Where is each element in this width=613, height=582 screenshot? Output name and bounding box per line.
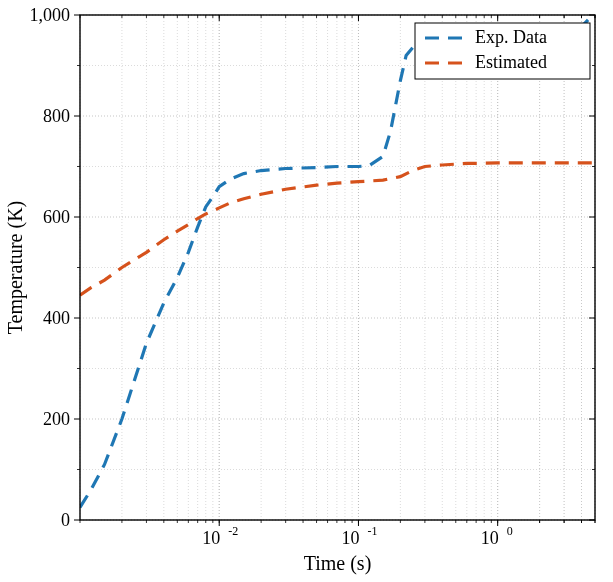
y-tick-label: 800: [43, 106, 70, 126]
chart-canvas: 10-210-110002004006008001,000Time (s)Tem…: [0, 0, 613, 582]
y-axis-label: Temperature (K): [4, 201, 27, 335]
y-tick-label: 400: [43, 308, 70, 328]
svg-text:10: 10: [481, 528, 499, 548]
legend-label: Estimated: [475, 52, 547, 72]
svg-text:-1: -1: [367, 524, 377, 538]
y-tick-label: 1,000: [30, 5, 71, 25]
y-tick-label: 600: [43, 207, 70, 227]
y-tick-label: 200: [43, 409, 70, 429]
y-tick-label: 0: [61, 510, 70, 530]
x-tick-label: 100: [481, 524, 513, 548]
legend-label: Exp. Data: [475, 27, 547, 47]
svg-text:0: 0: [507, 524, 513, 538]
x-tick-label: 10-1: [341, 524, 377, 548]
svg-rect-0: [80, 15, 595, 520]
x-axis-label: Time (s): [304, 552, 372, 575]
svg-text:10: 10: [202, 528, 220, 548]
svg-text:-2: -2: [228, 524, 238, 538]
svg-text:10: 10: [341, 528, 359, 548]
line-chart: 10-210-110002004006008001,000Time (s)Tem…: [0, 0, 613, 582]
legend: Exp. DataEstimated: [415, 23, 590, 79]
x-tick-label: 10-2: [202, 524, 238, 548]
